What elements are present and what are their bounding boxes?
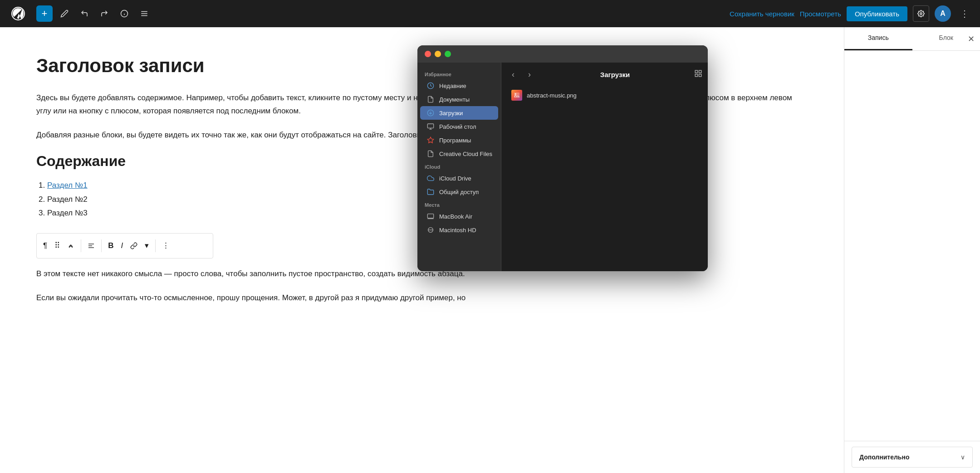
toc-link-1[interactable]: Раздел №1 bbox=[47, 181, 88, 190]
svg-rect-25 bbox=[699, 74, 701, 76]
apps-icon bbox=[426, 136, 435, 144]
sidebar-additional-section: Дополнительно ∨ bbox=[844, 441, 980, 473]
fd-item-creative-cloud[interactable]: abstract-music.png Creative Cloud Files bbox=[420, 147, 498, 161]
settings-button[interactable] bbox=[913, 5, 929, 22]
icloud-drive-icon bbox=[426, 174, 435, 182]
link-btn[interactable] bbox=[127, 239, 140, 252]
sidebar-content bbox=[844, 51, 980, 441]
bold-btn[interactable]: B bbox=[105, 239, 116, 253]
user-avatar-button[interactable]: A bbox=[935, 5, 951, 22]
close-traffic-light[interactable] bbox=[425, 51, 431, 57]
svg-rect-26 bbox=[514, 93, 519, 98]
fd-documents-label: Документы bbox=[439, 96, 470, 103]
svg-point-27 bbox=[515, 93, 516, 95]
svg-rect-22 bbox=[695, 70, 697, 73]
save-draft-button[interactable]: Сохранить черновик bbox=[730, 10, 794, 18]
italic-btn[interactable]: I bbox=[118, 239, 126, 253]
drag-handle-btn[interactable]: ⠿ bbox=[52, 238, 63, 253]
tab-record[interactable]: Запись bbox=[844, 27, 912, 50]
macbook-icon bbox=[426, 212, 435, 220]
downloads-icon bbox=[426, 109, 435, 117]
fd-forward-button[interactable]: › bbox=[523, 68, 536, 81]
toolbar-divider-1 bbox=[81, 239, 81, 252]
additional-section-title: Дополнительно bbox=[859, 453, 909, 461]
toolbar-divider-2 bbox=[101, 239, 102, 252]
wordpress-logo bbox=[7, 3, 29, 24]
main-toolbar: + Сохранить черновик bbox=[0, 0, 980, 27]
preview-button[interactable]: Просмотреть bbox=[800, 10, 841, 18]
add-block-button[interactable]: + bbox=[36, 5, 53, 22]
file-dialog-main: ‹ › Загрузки bbox=[501, 63, 708, 271]
fd-icloud-drive-label: iCloud Drive bbox=[439, 175, 471, 182]
svg-point-7 bbox=[920, 13, 922, 15]
fd-item-desktop[interactable]: Рабочий стол bbox=[420, 120, 498, 133]
more-options-button[interactable]: ⋮ bbox=[956, 5, 973, 22]
fd-files-list: abstract-music.png bbox=[507, 86, 702, 266]
documents-icon bbox=[426, 95, 435, 103]
fd-item-shared[interactable]: Общий доступ bbox=[420, 185, 498, 199]
move-btn[interactable] bbox=[64, 239, 77, 252]
fd-nav-bar: ‹ › Загрузки bbox=[507, 68, 702, 81]
additional-chevron-icon: ∨ bbox=[960, 453, 965, 461]
fd-item-apps[interactable]: Программы bbox=[420, 133, 498, 147]
undo-button[interactable] bbox=[76, 5, 93, 22]
file-dialog: Избранное Недавние bbox=[417, 45, 708, 271]
fd-back-button[interactable]: ‹ bbox=[507, 68, 519, 81]
fd-recents-label: Недавние bbox=[439, 83, 466, 89]
svg-rect-24 bbox=[695, 74, 697, 76]
fd-item-macintosh[interactable]: Macintosh HD bbox=[420, 223, 498, 237]
file-dialog-body: Избранное Недавние bbox=[417, 63, 708, 271]
fd-item-documents[interactable]: Документы bbox=[420, 93, 498, 106]
fd-file-thumbnail bbox=[511, 90, 522, 101]
svg-rect-18 bbox=[427, 214, 433, 218]
more-inline-btn[interactable]: ▾ bbox=[142, 238, 152, 253]
redo-button[interactable] bbox=[96, 5, 113, 22]
align-btn[interactable] bbox=[85, 239, 98, 252]
fd-creative-cloud-text: Creative Cloud Files bbox=[439, 151, 492, 157]
info-button[interactable] bbox=[116, 5, 132, 22]
post-content-2: В этом тексте нет никакого смысла — прос… bbox=[36, 268, 808, 305]
places-section-label: Места bbox=[417, 199, 501, 210]
sidebar-tabs: Запись Блок ✕ bbox=[844, 27, 980, 51]
toolbar-divider-3 bbox=[155, 239, 156, 252]
favorites-section-label: Избранное bbox=[417, 68, 501, 79]
svg-rect-14 bbox=[427, 124, 433, 128]
pen-tool-button[interactable] bbox=[56, 5, 73, 22]
fd-desktop-label: Рабочий стол bbox=[439, 123, 476, 130]
fd-item-icloud-drive[interactable]: iCloud Drive bbox=[420, 171, 498, 185]
fd-item-recents[interactable]: Недавние bbox=[420, 79, 498, 93]
file-dialog-titlebar bbox=[417, 45, 708, 63]
additional-section: Дополнительно ∨ bbox=[852, 447, 973, 468]
file-dialog-sidebar: Избранное Недавние bbox=[417, 63, 501, 271]
fd-view-toggle-button[interactable] bbox=[694, 69, 702, 80]
paragraph-4[interactable]: Если вы ожидали прочитать что-то осмысле… bbox=[36, 292, 808, 305]
desktop-icon bbox=[426, 122, 435, 131]
icloud-section-label: iCloud bbox=[417, 161, 501, 171]
paragraph-icon-btn[interactable]: ¶ bbox=[40, 239, 50, 253]
fd-shared-label: Общий доступ bbox=[439, 189, 479, 195]
fd-item-downloads[interactable]: Загрузки bbox=[420, 106, 498, 120]
fd-file-item[interactable]: abstract-music.png bbox=[507, 86, 702, 104]
fd-macbook-label: MacBook Air bbox=[439, 213, 472, 220]
svg-marker-17 bbox=[427, 137, 433, 143]
fd-item-macbook[interactable]: MacBook Air bbox=[420, 210, 498, 223]
macintosh-icon bbox=[426, 226, 435, 234]
fd-file-name: abstract-music.png bbox=[527, 92, 577, 99]
fd-title: Загрузки bbox=[539, 71, 691, 78]
svg-rect-23 bbox=[699, 70, 701, 73]
sidebar-close-button[interactable]: ✕ bbox=[968, 34, 975, 44]
fd-macintosh-label: Macintosh HD bbox=[439, 227, 476, 234]
additional-section-header[interactable]: Дополнительно ∨ bbox=[852, 447, 972, 467]
block-toolbar: ¶ ⠿ B I bbox=[36, 233, 213, 258]
publish-button[interactable]: Опубликовать bbox=[847, 6, 907, 21]
block-options-btn[interactable]: ⋮ bbox=[159, 238, 172, 253]
fd-apps-label: Программы bbox=[439, 137, 471, 144]
recents-icon bbox=[426, 82, 435, 90]
creative-cloud-icon bbox=[426, 150, 435, 158]
maximize-traffic-light[interactable] bbox=[445, 51, 451, 57]
list-view-button[interactable] bbox=[136, 5, 152, 22]
file-dialog-overlay: Избранное Недавние bbox=[417, 45, 708, 271]
toolbar-right: Сохранить черновик Просмотреть Опубликов… bbox=[730, 5, 973, 22]
minimize-traffic-light[interactable] bbox=[435, 51, 441, 57]
fd-downloads-label: Загрузки bbox=[439, 110, 463, 117]
